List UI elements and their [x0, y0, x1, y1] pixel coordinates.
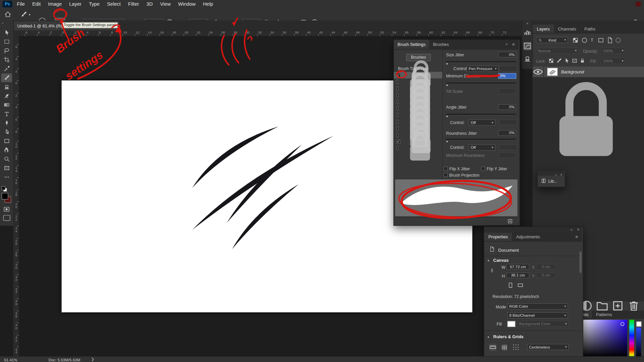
lock-transparency-icon[interactable]	[548, 58, 554, 64]
eraser-tool[interactable]	[1, 92, 12, 100]
collapsed-panel-clone-source-icon[interactable]	[524, 55, 531, 62]
tab-paths[interactable]: Paths	[580, 24, 599, 33]
flip-x-checkbox[interactable]	[443, 167, 447, 171]
size-jitter-value[interactable]: 0%	[498, 52, 516, 57]
color-field[interactable]	[581, 320, 627, 357]
menu-filter[interactable]: Filter	[124, 0, 143, 8]
marquee-tool[interactable]	[1, 37, 12, 46]
status-menu-chevron-icon[interactable]: ❯	[91, 357, 94, 361]
angle-control-select[interactable]: Off▾	[469, 119, 495, 125]
checkbox[interactable]	[396, 146, 398, 150]
toolbar-collapse-icon[interactable]: »	[0, 20, 13, 26]
checkbox[interactable]	[396, 100, 398, 104]
move-tool[interactable]	[1, 28, 12, 37]
filter-pixel-layers-icon[interactable]	[572, 37, 579, 44]
roundness-jitter-value[interactable]: 0%	[498, 130, 516, 136]
menu-file[interactable]: File	[13, 0, 29, 8]
hand-tool[interactable]	[1, 146, 12, 155]
brush-tool-preset-icon[interactable]	[20, 11, 27, 18]
hue-slider[interactable]	[629, 320, 634, 357]
dock-expand-icon[interactable]: «	[522, 20, 533, 25]
checkbox[interactable]	[396, 113, 398, 117]
height-field[interactable]: 38.1 cm	[506, 273, 530, 278]
current-color-swatch[interactable]	[636, 321, 642, 327]
canvas-section-chevron-icon[interactable]: ▾	[487, 259, 489, 263]
filter-shape-layers-icon[interactable]	[598, 37, 604, 44]
lock-paint-icon[interactable]	[556, 58, 562, 64]
collapsed-panel-brush-settings-icon[interactable]	[523, 42, 531, 50]
menu-image[interactable]: Image	[44, 0, 65, 8]
gradient-tool[interactable]	[1, 101, 12, 109]
tab-layers[interactable]: Layers	[533, 24, 554, 33]
brush-tool[interactable]	[1, 73, 12, 82]
angle-jitter-slider[interactable]: ▲	[446, 114, 516, 115]
pen-tool[interactable]	[1, 119, 12, 127]
lock-icon[interactable]	[400, 128, 440, 169]
filter-type-layers-icon[interactable]: T	[591, 37, 593, 42]
color-mode-select[interactable]: RGB Color▾	[507, 303, 568, 309]
rulers-section-chevron-icon[interactable]: ▾	[487, 335, 489, 339]
edit-toolbar[interactable]	[1, 173, 12, 182]
checkbox[interactable]	[396, 93, 398, 97]
toggle-rulers-button[interactable]	[489, 344, 496, 351]
properties-close-icon[interactable]: ×	[577, 227, 579, 232]
roundness-jitter-slider[interactable]: ▲	[446, 139, 516, 140]
lib-close-icon[interactable]: ×	[560, 173, 562, 177]
layer-opacity-select[interactable]: 100%▾	[601, 48, 625, 54]
tab-adjustments[interactable]: Adjustments	[512, 233, 544, 241]
lib-collapse-icon[interactable]: »	[555, 173, 557, 177]
menu-view[interactable]: View	[156, 0, 174, 8]
tab-channels[interactable]: Channels	[554, 24, 580, 33]
size-control-select[interactable]: Pen Pressure▾	[467, 66, 499, 72]
tool-preset-caret-icon[interactable]: ▾	[29, 13, 31, 16]
color-ramp[interactable]	[636, 327, 641, 357]
rectangle-tool[interactable]	[1, 137, 12, 145]
home-icon[interactable]	[4, 11, 11, 18]
brush-setting-protect-texture[interactable]: Protect Texture	[394, 145, 442, 152]
link-dimensions-icon[interactable]	[490, 266, 494, 275]
min-diameter-value[interactable]: 0%	[498, 73, 516, 79]
width-field[interactable]: 67.73 cm	[506, 264, 530, 269]
libraries-label[interactable]: Lib...	[548, 179, 557, 183]
eyedropper-tool[interactable]	[1, 64, 12, 73]
filter-toggle-icon[interactable]	[615, 37, 622, 44]
checkbox[interactable]	[396, 106, 398, 110]
menu-edit[interactable]: Edit	[29, 0, 44, 8]
brush-projection-checkbox[interactable]	[443, 173, 447, 177]
type-tool[interactable]	[1, 110, 12, 118]
lock-position-icon[interactable]	[564, 58, 570, 64]
layer-lock-icon[interactable]	[533, 69, 639, 176]
menu-type[interactable]: Type	[85, 0, 103, 8]
layer-row-background[interactable]: Background	[533, 66, 644, 77]
min-diameter-slider[interactable]: ▲	[446, 82, 516, 84]
screen-mode-button[interactable]	[3, 215, 10, 221]
menu-select[interactable]: Select	[103, 0, 124, 8]
clone-stamp-tool[interactable]	[1, 82, 12, 91]
vertical-ruler[interactable]: 6420246810121416182022242628303234363840…	[13, 36, 19, 356]
tab-patterns[interactable]: Patterns	[593, 311, 615, 318]
lock-artboard-icon[interactable]	[572, 58, 577, 64]
roundness-control-select[interactable]: Off▾	[469, 144, 495, 150]
checkbox[interactable]	[396, 80, 398, 84]
toggle-grid-button[interactable]	[501, 344, 508, 351]
frame-tool[interactable]	[1, 164, 12, 173]
path-select-tool[interactable]	[1, 128, 12, 136]
zoom-tool[interactable]	[1, 155, 12, 164]
collapsed-panel-histogram-icon[interactable]	[524, 29, 531, 36]
angle-jitter-value[interactable]: 0%	[498, 104, 516, 110]
checkbox[interactable]	[396, 126, 398, 130]
rulers-section-label[interactable]: Rulers & Grids	[493, 334, 524, 339]
foreground-color-swatch[interactable]	[2, 193, 8, 200]
landscape-orientation-button[interactable]	[517, 282, 524, 289]
layer-filter-kind-select[interactable]: Kind▾	[536, 37, 568, 43]
fill-color-select[interactable]: Background Color▾	[517, 320, 569, 326]
tab-brush-settings[interactable]: Brush Settings	[394, 40, 429, 49]
properties-collapse-icon[interactable]: «	[571, 228, 573, 232]
portrait-orientation-button[interactable]	[507, 282, 514, 289]
units-select[interactable]: Centimeters▾	[527, 344, 569, 350]
menu-3d[interactable]: 3D	[143, 0, 156, 8]
bit-depth-select[interactable]: 8 Bits/Channel▾	[507, 312, 568, 318]
properties-scrollbar[interactable]	[580, 252, 582, 273]
toggle-pixel-grid-button[interactable]	[512, 344, 520, 351]
checkbox[interactable]	[396, 86, 398, 90]
